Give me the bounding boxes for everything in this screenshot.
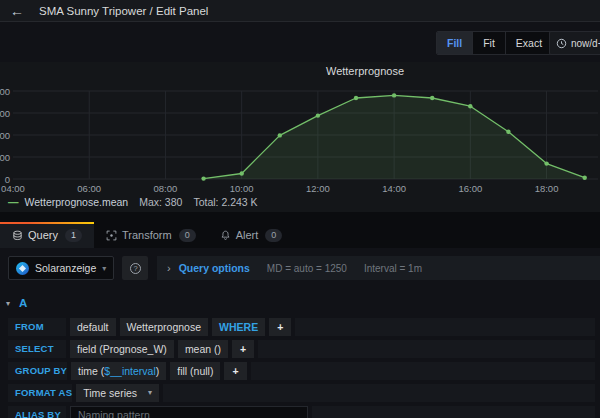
tab-label: Alert <box>236 229 259 241</box>
legend-series-color: — <box>8 196 19 208</box>
svg-text:16:00: 16:00 <box>458 183 482 194</box>
query-options-label: Query options <box>179 262 250 274</box>
add-part-button[interactable]: + <box>224 362 246 380</box>
datasource-select[interactable]: Solaranzeige ▾ <box>8 256 114 280</box>
datasource-help-button[interactable]: ? <box>122 256 148 280</box>
row-filler <box>295 318 595 336</box>
datasource-name: Solaranzeige <box>35 262 96 274</box>
svg-text:18:00: 18:00 <box>535 183 559 194</box>
chart-legend: — Wetterprognose.mean Max: 380 Total: 2.… <box>8 196 258 208</box>
svg-text:04:00: 04:00 <box>1 183 25 194</box>
chart-series <box>201 93 587 181</box>
query-ref-id: A <box>19 297 27 309</box>
where-keyword-button[interactable]: WHERE <box>212 318 265 336</box>
clock-icon <box>556 38 567 49</box>
row-filler <box>258 340 595 358</box>
query-keyword-label: FROM <box>8 318 66 336</box>
timeseries-chart[interactable]: 010020030040004:0006:0008:0010:0012:0014… <box>0 62 600 194</box>
query-keyword-label: SELECT <box>8 340 66 358</box>
size-mode-fit-button[interactable]: Fit <box>472 32 505 54</box>
panel: Wetterprognose 010020030040004:0006:0008… <box>0 62 600 212</box>
query-toolbar: Solaranzeige ▾ ? › Query options MD = au… <box>8 256 600 280</box>
size-mode-fill-button[interactable]: Fill <box>437 32 472 54</box>
svg-text:?: ? <box>133 264 137 273</box>
tab-transform[interactable]: Transform 0 <box>94 222 208 248</box>
query-keyword-label: GROUP BY <box>8 362 67 380</box>
query-segment[interactable]: field (Prognose_W) <box>70 340 174 358</box>
query-row: FORMAT ASTime series▾ <box>8 384 595 402</box>
query-row: SELECTfield (Prognose_W)mean ()+ <box>8 340 595 358</box>
svg-text:08:00: 08:00 <box>154 183 178 194</box>
query-options-header[interactable]: › Query options MD = auto = 1250 Interva… <box>157 256 600 280</box>
svg-text:300: 300 <box>0 108 10 119</box>
query-segment[interactable]: mean () <box>178 340 228 358</box>
query-keyword-label: FORMAT AS <box>8 384 72 402</box>
query-keyword-label: ALIAS BY <box>8 406 66 418</box>
bell-icon <box>220 230 231 241</box>
editor-tabs: Query 1 Transform 0 Alert 0 <box>0 222 600 248</box>
tab-count-badge: 1 <box>65 229 82 242</box>
query-builder: FROMdefaultWetterprognoseWHERE+SELECTfie… <box>8 318 595 418</box>
format-select[interactable]: Time series▾ <box>76 384 159 402</box>
panel-size-mode-group: Fill Fit Exact <box>436 31 553 55</box>
svg-text:14:00: 14:00 <box>382 183 406 194</box>
svg-text:12:00: 12:00 <box>306 183 330 194</box>
breadcrumb: SMA Sunny Tripower / Edit Panel <box>39 5 208 17</box>
query-segment[interactable]: fill (null) <box>170 362 220 380</box>
chevron-right-icon: › <box>167 263 171 274</box>
chevron-down-icon: ▾ <box>102 264 106 273</box>
datasource-icon <box>16 262 29 275</box>
caret-down-icon: ▾ <box>148 384 152 402</box>
help-icon: ? <box>129 262 142 275</box>
size-mode-exact-button[interactable]: Exact <box>505 32 552 54</box>
tab-query[interactable]: Query 1 <box>0 222 94 248</box>
time-range-picker[interactable]: now/d+4 <box>549 31 600 55</box>
database-icon <box>12 230 23 241</box>
tab-count-badge: 0 <box>179 229 196 242</box>
query-row: ALIAS BY <box>8 406 595 418</box>
svg-text:100: 100 <box>0 152 10 163</box>
tab-label: Transform <box>122 229 172 241</box>
svg-text:200: 200 <box>0 130 10 141</box>
query-ref-header[interactable]: ▾ A <box>6 297 27 309</box>
max-data-points-summary: MD = auto = 1250 <box>267 263 347 274</box>
tab-label: Query <box>28 229 58 241</box>
svg-text:10:00: 10:00 <box>230 183 254 194</box>
query-row: FROMdefaultWetterprognoseWHERE+ <box>8 318 595 336</box>
row-filler <box>163 384 595 402</box>
add-part-button[interactable]: + <box>232 340 254 358</box>
collapse-chevron-icon: ▾ <box>6 299 10 308</box>
query-row: GROUP BYtime ($__interval)fill (null)+ <box>8 362 595 380</box>
legend-max: Max: 380 <box>139 196 182 208</box>
tab-alert[interactable]: Alert 0 <box>208 222 295 248</box>
row-filler <box>312 406 595 418</box>
alias-input[interactable] <box>70 406 308 418</box>
transform-icon <box>106 230 117 241</box>
legend-series-name[interactable]: Wetterprognose.mean <box>25 196 129 208</box>
query-segment[interactable]: Wetterprognose <box>120 318 209 336</box>
svg-text:400: 400 <box>0 86 10 97</box>
add-part-button[interactable]: + <box>269 318 291 336</box>
svg-text:06:00: 06:00 <box>77 183 101 194</box>
time-range-label: now/d+4 <box>571 38 600 49</box>
tab-count-badge: 0 <box>265 229 282 242</box>
top-nav: ← SMA Sunny Tripower / Edit Panel <box>0 0 600 22</box>
legend-total: Total: 2.243 K <box>193 196 257 208</box>
back-arrow-icon[interactable]: ← <box>10 4 24 18</box>
interval-summary: Interval = 1m <box>364 263 422 274</box>
query-segment[interactable]: time ($__interval) <box>71 362 166 380</box>
divider <box>0 212 600 222</box>
query-segment[interactable]: default <box>70 318 116 336</box>
row-filler <box>251 362 595 380</box>
